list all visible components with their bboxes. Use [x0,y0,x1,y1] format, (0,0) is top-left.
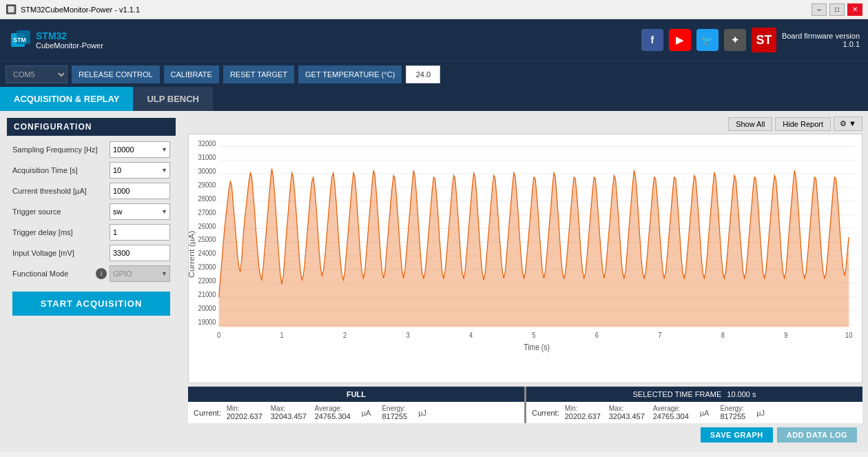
tab-ulp-bench[interactable]: ULP BENCH [133,87,213,111]
toolbar: COM5 RELEASE CONTROL CALIBRATE RESET TAR… [0,61,868,87]
svg-text:4: 4 [469,332,473,340]
com-select[interactable]: COM5 [6,65,68,83]
title-bar: 🔲 STM32CubeMonitor-Power - v1.1.1 – □ ✕ [0,0,868,19]
x-axis: 0 1 2 3 4 5 6 7 8 9 10 [217,332,853,340]
chart-controls: Show All Hide Report ⚙ ▼ [188,116,862,131]
stats-header-row: FULL SELECTED TIME FRAME 10.000 s [188,387,862,402]
network-icon[interactable]: ✦ [724,29,746,51]
chart-area: Show All Hide Report ⚙ ▼ 32000 31000 300… [183,111,868,452]
configuration-title: CONFIGURATION [7,118,176,136]
configuration-body: Sampling Frequency [Hz] 10000 Acquisitio… [7,136,176,321]
stats-selected-data: Current: Min: 20202.637 Max: 32043.457 A… [526,402,862,423]
stats-full-energy-header: Energy: [382,405,407,412]
current-thresh-input[interactable] [110,183,170,199]
trigger-source-select[interactable]: sw [110,203,170,220]
svg-text:9: 9 [784,332,787,340]
stats-full-avg-col: Average: 24765.304 [315,405,351,420]
stats-full-unit: µA [362,409,371,417]
svg-text:21000: 21000 [198,290,216,298]
svg-text:32000: 32000 [198,140,216,148]
chart-wrapper: 32000 31000 30000 29000 28000 27000 2600… [188,134,862,383]
stats-full-data: Current: Min: 20202.637 Max: 32043.457 A… [188,402,526,423]
input-voltage-input[interactable] [110,245,170,261]
acq-time-select[interactable]: 10 [110,162,170,179]
stats-full-min-value: 20202.637 [227,412,262,420]
release-control-button[interactable]: RELEASE CONTROL [72,65,160,83]
acq-time-label: Acquisition Time [s] [12,166,110,174]
x-axis-label: Time (s) [524,343,550,352]
stats-full-energy-unit: µJ [418,409,426,417]
save-graph-button[interactable]: SAVE GRAPH [701,427,773,443]
trigger-delay-input[interactable] [110,224,170,241]
stats-sel-max-value: 32043.457 [609,412,645,420]
sampling-freq-select-wrapper: 10000 [110,141,170,158]
svg-text:25000: 25000 [198,236,216,244]
input-voltage-label: Input Voltage [mV] [12,249,110,257]
trigger-delay-row: Trigger delay [ms] [12,224,170,241]
app-header: STM STM32 CubeMonitor-Power f ▶ 🐦 ✦ ST B… [0,19,868,61]
calibrate-button[interactable]: CALIBRATE [164,65,219,83]
get-temperature-button[interactable]: GET TEMPERATURE (°C) [298,65,402,83]
stats-sel-min-header: Min: [565,405,601,412]
bottom-buttons: SAVE GRAPH ADD DATA LOG [188,423,862,447]
temperature-display: 24.0 [406,65,440,83]
stats-sel-avg-col: Average: 24765.304 [653,405,689,420]
acq-time-row: Acquisition Time [s] 10 [12,162,170,179]
reset-target-button[interactable]: RESET TARGET [223,65,294,83]
stats-sel-max-header: Max: [609,405,645,412]
sampling-freq-select[interactable]: 10000 [110,141,170,158]
close-button[interactable]: ✕ [847,3,862,16]
y-axis: 32000 31000 30000 29000 28000 27000 2600… [198,140,216,326]
main-content: CONFIGURATION Sampling Frequency [Hz] 10… [0,111,868,452]
app-title: STM32CubeMonitor-Power - v1.1.1 [21,6,812,14]
tabs-container: ACQUISITION & REPLAY ULP BENCH [0,87,868,111]
start-acquisition-button[interactable]: START ACQUISITION [12,292,170,316]
minimize-button[interactable]: – [812,3,827,16]
svg-text:19000: 19000 [198,318,216,326]
functional-mode-select[interactable]: GPIO [110,265,170,282]
stats-sel-energy-col: Energy: 817255 [720,405,745,420]
svg-text:0: 0 [217,332,220,340]
svg-text:23000: 23000 [198,263,216,271]
firmware-info: Board firmware version 1.0.1 [782,32,860,48]
functional-mode-select-wrapper: GPIO [110,265,170,282]
youtube-icon[interactable]: ▶ [669,29,691,51]
chart-settings-button[interactable]: ⚙ ▼ [834,116,862,131]
st-logo: ST [752,28,776,52]
stats-selected-header: SELECTED TIME FRAME 10.000 s [526,387,862,402]
app-icon: 🔲 [6,4,17,14]
svg-text:10: 10 [845,332,853,340]
stats-sel-max-col: Max: 32043.457 [609,405,645,420]
stats-selected-time: 10.000 s [727,390,756,398]
stats-sel-min-value: 20202.637 [565,412,601,420]
stats-full-energy-col: Energy: 817255 [382,405,407,420]
trigger-source-select-wrapper: sw [110,203,170,220]
stats-sel-subgroup: Min: 20202.637 Max: 32043.457 Average: 2… [565,405,857,420]
facebook-icon[interactable]: f [641,29,663,51]
stats-sel-current-label: Current: [532,409,559,417]
acq-time-select-wrapper: 10 [110,162,170,179]
show-all-button[interactable]: Show All [728,117,772,131]
hide-report-button[interactable]: Hide Report [775,117,831,131]
sampling-freq-label: Sampling Frequency [Hz] [12,145,110,154]
cube-icon: STM [8,28,33,52]
stats-sel-avg-value: 24765.304 [653,412,689,420]
info-icon[interactable]: i [96,268,107,279]
current-thresh-row: Current threshold [µA] [12,183,170,199]
svg-text:29000: 29000 [198,181,216,189]
stats-sel-energy-value: 817255 [720,412,745,420]
configuration-box: CONFIGURATION Sampling Frequency [Hz] 10… [7,118,176,321]
tab-acquisition-replay[interactable]: ACQUISITION & REPLAY [0,87,133,111]
stats-full-avg-value: 24765.304 [315,412,351,420]
stats-table: FULL SELECTED TIME FRAME 10.000 s Curren… [188,386,862,423]
stats-sel-energy-unit: µJ [756,409,765,417]
trigger-source-label: Trigger source [12,207,110,216]
twitter-icon[interactable]: 🐦 [696,29,719,51]
functional-mode-label: Functional Mode [12,270,93,278]
maximize-button[interactable]: □ [829,3,845,16]
stats-full-avg-header: Average: [315,405,351,412]
add-data-log-button[interactable]: ADD DATA LOG [777,427,857,443]
stats-full-max-header: Max: [271,405,307,412]
svg-text:8: 8 [721,332,725,340]
svg-text:5: 5 [532,332,535,340]
